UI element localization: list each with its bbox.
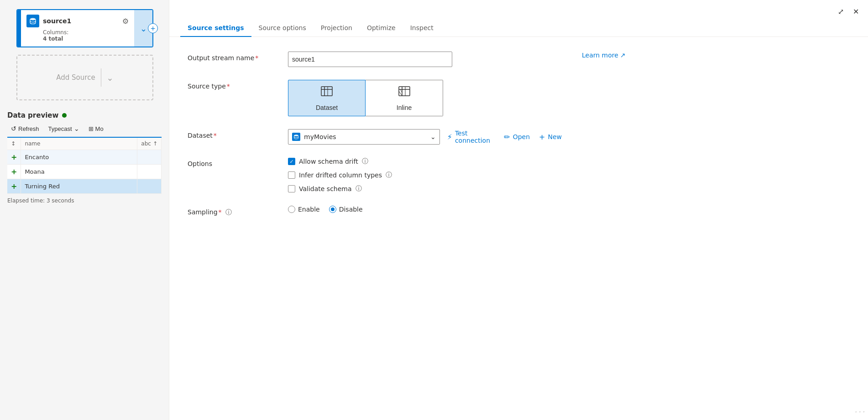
allow-schema-drift-label: Allow schema drift (299, 158, 358, 165)
table-cell: Turning Red (21, 179, 137, 194)
table-cell (137, 150, 162, 165)
col-sort-icon: ↑ (153, 140, 157, 147)
right-panel: ⤢ ✕ Source settings Source options Proje… (169, 0, 868, 420)
dataset-label: Dataset* (188, 129, 279, 139)
test-connection-icon: ⚡ (447, 133, 452, 141)
sampling-radio-group: Enable Disable (288, 206, 562, 213)
col-type-header: abc (141, 140, 151, 147)
sampling-label: Sampling* ⓘ (188, 206, 279, 217)
options-group: ✓ Allow schema drift ⓘ Infer drifted col… (288, 157, 562, 193)
sampling-info-icon[interactable]: ⓘ (225, 208, 232, 216)
dataset-actions: ⚡ Test connection ✏ Open + New (447, 130, 562, 144)
source-node-content: source1 ⚙ Columns: 4 total (21, 10, 134, 47)
dataset-select-value: myMovies (292, 133, 336, 141)
dataset-db-icon (292, 133, 300, 141)
source-type-control: Dataset (288, 80, 562, 116)
settings-content: Output stream name* Learn more ↗ Source … (169, 37, 868, 420)
sampling-disable-radio[interactable] (329, 206, 336, 213)
dataset-icon (320, 85, 333, 100)
source-type-dataset-button[interactable]: Dataset (288, 80, 366, 116)
svg-point-11 (294, 135, 298, 136)
validate-schema-row: Validate schema ⓘ (288, 185, 562, 193)
dataset-row-inner: myMovies ⌄ ⚡ Test connection ✏ Open (288, 129, 562, 145)
source-node-name: source1 (43, 17, 71, 25)
more-icon: ⊞ (89, 125, 94, 132)
sampling-enable-option[interactable]: Enable (288, 206, 320, 213)
source-type-inline-button[interactable]: Inline (366, 80, 443, 116)
add-source-label: Add Source (56, 73, 95, 82)
inline-icon (398, 85, 411, 100)
allow-schema-drift-checkbox[interactable]: ✓ (288, 158, 295, 165)
tab-source-settings[interactable]: Source settings (180, 20, 251, 37)
close-button[interactable]: ✕ (851, 5, 861, 18)
sampling-enable-radio[interactable] (288, 206, 295, 213)
output-stream-label: Output stream name* (188, 52, 279, 62)
sampling-disable-option[interactable]: Disable (329, 206, 363, 213)
source-node-plus-button[interactable]: + (148, 23, 158, 33)
tab-optimize[interactable]: Optimize (360, 20, 403, 37)
sampling-disable-dot (331, 207, 335, 211)
source-node-header: source1 ⚙ (26, 15, 129, 27)
more-button[interactable]: ⊞ Mo (85, 124, 107, 134)
sort-icon: ↕ (11, 140, 16, 147)
source-gear-icon[interactable]: ⚙ (122, 17, 129, 26)
refresh-button[interactable]: ↺ Refresh (7, 123, 43, 134)
tab-inspect[interactable]: Inspect (403, 20, 441, 37)
col-name-header: name (25, 140, 40, 147)
source-type-row: Source type* Dataset (188, 80, 850, 116)
validate-schema-checkbox[interactable] (288, 185, 295, 192)
output-stream-input[interactable] (288, 52, 452, 67)
source-node[interactable]: source1 ⚙ Columns: 4 total ⌄ + (16, 9, 153, 47)
elapsed-time: Elapsed time: 3 seconds (7, 197, 162, 204)
dataset-select[interactable]: myMovies ⌄ (288, 129, 440, 145)
table-cell (137, 179, 162, 194)
add-source-chevron-icon: ⌄ (107, 73, 114, 83)
maximize-icon: ⤢ (838, 8, 844, 16)
tab-source-options[interactable]: Source options (251, 20, 314, 37)
external-link-icon: ↗ (620, 52, 626, 59)
required-indicator: * (227, 83, 230, 90)
sampling-disable-label: Disable (339, 206, 363, 213)
data-preview-section: Data preview ↺ Refresh Typecast ⌄ ⊞ Mo (7, 111, 162, 204)
source-type-group: Dataset (288, 80, 562, 116)
table-cell (137, 165, 162, 179)
allow-schema-drift-info-icon[interactable]: ⓘ (362, 157, 368, 166)
table-cell: Moana (21, 165, 137, 179)
row-expand-button[interactable]: + (11, 167, 17, 176)
new-button[interactable]: + New (539, 133, 562, 141)
left-panel: source1 ⚙ Columns: 4 total ⌄ + Add Sourc… (0, 0, 169, 420)
add-source-divider (101, 68, 101, 87)
options-control: ✓ Allow schema drift ⓘ Infer drifted col… (288, 157, 562, 193)
required-indicator: * (255, 54, 258, 62)
typecast-button[interactable]: Typecast ⌄ (45, 123, 83, 134)
maximize-button[interactable]: ⤢ (836, 5, 846, 18)
output-stream-row: Output stream name* Learn more ↗ (188, 52, 850, 67)
dataset-control: myMovies ⌄ ⚡ Test connection ✏ Open (288, 129, 562, 145)
test-connection-button[interactable]: ⚡ Test connection (447, 130, 495, 144)
infer-drifted-checkbox[interactable] (288, 171, 295, 179)
source-node-arrow[interactable]: ⌄ + (134, 10, 152, 47)
row-expand-button[interactable]: + (11, 182, 17, 191)
allow-schema-drift-row: ✓ Allow schema drift ⓘ (288, 157, 562, 166)
options-row: Options ✓ Allow schema drift ⓘ Infer dri… (188, 157, 850, 193)
add-source-button[interactable]: Add Source ⌄ (16, 55, 153, 100)
validate-schema-label: Validate schema (299, 185, 352, 192)
dataset-row: Dataset* myMovies (188, 129, 850, 145)
tabs-bar: Source settings Source options Projectio… (169, 20, 868, 37)
open-button[interactable]: ✏ Open (504, 133, 530, 141)
data-preview-status-dot (62, 113, 67, 118)
new-icon: + (539, 133, 545, 141)
row-expand-button[interactable]: + (11, 153, 17, 161)
data-preview-header: Data preview (7, 111, 162, 119)
sampling-row: Sampling* ⓘ Enable Disable (188, 206, 850, 217)
table-cell: Encanto (21, 150, 137, 165)
tab-projection[interactable]: Projection (314, 20, 360, 37)
source-db-icon (26, 15, 39, 27)
right-panel-header: ⤢ ✕ (169, 0, 868, 18)
refresh-icon: ↺ (11, 125, 16, 132)
learn-more-link[interactable]: Learn more ↗ (582, 52, 626, 59)
infer-drifted-info-icon[interactable]: ⓘ (386, 171, 392, 179)
table-row: + Encanto (7, 150, 162, 165)
infer-drifted-label: Infer drifted column types (299, 171, 382, 179)
validate-schema-info-icon[interactable]: ⓘ (356, 185, 362, 193)
